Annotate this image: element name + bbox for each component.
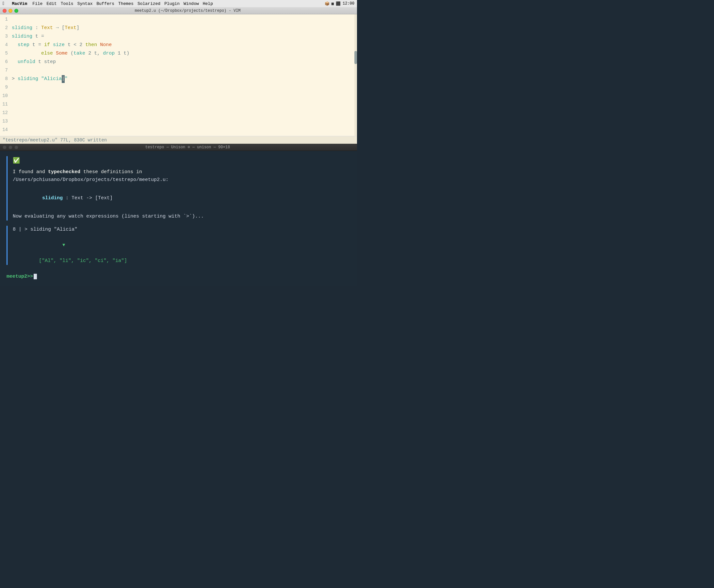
line-number-6: 6 — [0, 58, 12, 65]
traffic-lights — [3, 9, 18, 13]
checkmark-icon: ✅ — [13, 156, 351, 166]
vim-window: meetup2.u (~/Dropbox/projects/testrepo) … — [0, 7, 357, 144]
code-line-5: 5 else Some (take 2 t, drop 1 t) — [0, 50, 357, 58]
terminal-window: testrepo — Unison ⊙ — unison — 90×18 ✅ I… — [0, 144, 357, 286]
line-content-8: > sliding "Alicia|" — [12, 75, 68, 83]
terminal-result-value: ["Al", "li", "ic", "ci", "ia"] — [13, 257, 351, 265]
code-line-6: 6 unfold t step — [0, 58, 357, 67]
line-number-12: 12 — [0, 109, 12, 116]
code-line-2: 2 sliding : Text → [Text] — [0, 24, 357, 33]
battery-icon: ⬛ — [336, 1, 341, 6]
minimize-button[interactable] — [8, 9, 13, 13]
terminal-definition-text: sliding — [36, 195, 63, 201]
vim-titlebar: meetup2.u (~/Dropbox/projects/testrepo) … — [0, 7, 357, 14]
vim-statusbar-text: "testrepo/meetup2.u" 77L, 830C written — [3, 138, 107, 143]
dropbox-icon: 📦 — [325, 1, 330, 6]
terminal-result-block: 8 | > sliding "Alicia" ▼ ["Al", "li", "i… — [6, 226, 351, 265]
code-line-1: 1 — [0, 16, 357, 24]
code-line-8: 8 > sliding "Alicia|" — [0, 75, 357, 84]
arrow-down-icon: ▼ — [62, 243, 65, 248]
line-content-3: sliding t = — [12, 33, 44, 41]
vim-statusbar: "testrepo/meetup2.u" 77L, 830C written — [0, 136, 357, 144]
code-line-9: 9 — [0, 84, 357, 92]
code-line-12: 12 — [0, 109, 357, 118]
code-line-13: 13 — [0, 118, 357, 126]
line-number-1: 1 — [0, 16, 12, 23]
line-content-2: sliding : Text → [Text] — [12, 24, 79, 32]
menu-file[interactable]: File — [32, 1, 42, 6]
wifi-icon: ▦ — [332, 1, 334, 6]
menu-themes[interactable]: Themes — [118, 1, 133, 6]
code-line-10: 10 — [0, 92, 357, 101]
line-number-2: 2 — [0, 24, 12, 31]
line-number-7: 7 — [0, 67, 12, 74]
terminal-result-arrow: ▼ — [13, 234, 351, 257]
line-number-10: 10 — [0, 92, 12, 99]
terminal-prompt-suffix: > — [30, 273, 33, 280]
line-number-13: 13 — [0, 118, 12, 125]
code-line-7: 7 — [0, 67, 357, 75]
menu-bar:  MacVim File Edit Tools Syntax Buffers … — [0, 0, 357, 7]
menu-solarized[interactable]: Solarized — [138, 1, 160, 6]
menu-edit[interactable]: Edit — [46, 1, 57, 6]
line-content-5: else Some (take 2 t, drop 1 t) — [12, 50, 129, 58]
terminal-cursor — [34, 274, 37, 279]
menu-right-icons: 📦 ▦ ⬛ 12:00 — [325, 1, 354, 6]
vim-window-title: meetup2.u (~/Dropbox/projects/testrepo) … — [21, 8, 354, 13]
line-number-11: 11 — [0, 101, 12, 108]
maximize-button[interactable] — [14, 9, 18, 13]
terminal-result-line: 8 | > sliding "Alicia" — [13, 226, 351, 234]
terminal-watch-text: Now evaluating any watch expressions (li… — [13, 213, 351, 220]
line-content-4: step t = if size t < 2 then None — [12, 41, 112, 49]
menu-items: File Edit Tools Syntax Buffers Themes So… — [32, 1, 213, 6]
code-line-14: 14 — [0, 126, 357, 134]
terminal-definition-type: : Text -> [Text] — [63, 195, 113, 201]
terminal-titlebar: testrepo — Unison ⊙ — unison — 90×18 — [0, 144, 357, 151]
terminal-minimize-button[interactable] — [8, 145, 13, 149]
terminal-found-text-1: I found and — [13, 169, 48, 175]
clock-icon: 12:00 — [343, 1, 354, 6]
code-line-4: 4 step t = if size t < 2 then None — [0, 41, 357, 50]
terminal-found-text: I found and typechecked these definition… — [13, 168, 351, 176]
line-number-4: 4 — [0, 41, 12, 48]
terminal-path: /Users/pchiusano/Dropbox/projects/testre… — [13, 176, 351, 184]
menu-buffers[interactable]: Buffers — [96, 1, 114, 6]
close-button[interactable] — [3, 9, 6, 13]
menu-plugin[interactable]: Plugin — [164, 1, 180, 6]
code-line-3: 3 sliding t = — [0, 33, 357, 41]
terminal-prompt: meetup2> — [6, 273, 30, 280]
code-editor[interactable]: 1 2 sliding : Text → [Text] 3 sliding t … — [0, 14, 357, 136]
terminal-prompt-line: meetup2> > — [6, 273, 351, 280]
scrollbar[interactable] — [354, 14, 357, 136]
terminal-output-block-1: ✅ I found and typechecked these definiti… — [6, 156, 351, 220]
terminal-content[interactable]: ✅ I found and typechecked these definiti… — [0, 151, 357, 286]
line-number-8: 8 — [0, 75, 12, 82]
menu-window[interactable]: Window — [184, 1, 199, 6]
terminal-traffic-lights — [3, 145, 18, 149]
terminal-definition: sliding : Text -> [Text] — [13, 187, 351, 210]
menu-tools[interactable]: Tools — [61, 1, 74, 6]
line-number-9: 9 — [0, 84, 12, 91]
menu-syntax[interactable]: Syntax — [78, 1, 93, 6]
scrollbar-thumb[interactable] — [354, 51, 357, 64]
terminal-found-text-2: these definitions in — [80, 169, 142, 175]
terminal-found-bold: typechecked — [48, 169, 80, 175]
line-number-3: 3 — [0, 33, 12, 40]
line-number-5: 5 — [0, 50, 12, 57]
terminal-title: testrepo — Unison ⊙ — unison — 90×18 — [21, 145, 354, 150]
menu-help[interactable]: Help — [203, 1, 213, 6]
apple-logo-icon:  — [3, 1, 5, 6]
code-line-11: 11 — [0, 101, 357, 109]
app-name[interactable]: MacVim — [12, 1, 27, 6]
line-number-14: 14 — [0, 126, 12, 133]
terminal-close-button[interactable] — [3, 145, 6, 149]
terminal-maximize-button[interactable] — [14, 145, 18, 149]
line-content-6: unfold t step — [12, 58, 56, 66]
